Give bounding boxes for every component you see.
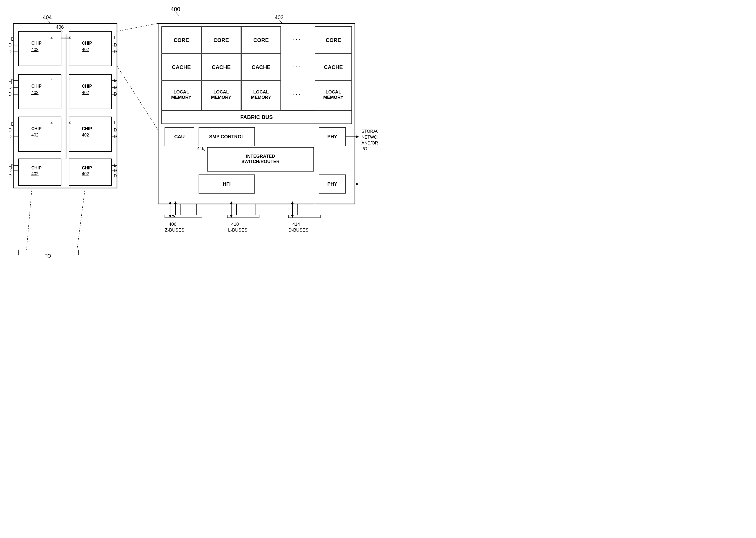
to-label: TO bbox=[45, 253, 51, 259]
chip-402-r1c2: 402 bbox=[82, 47, 89, 52]
storage-label-2: NETWORK, bbox=[361, 135, 378, 139]
z-label-r2c1: Z bbox=[50, 78, 53, 82]
svg-marker-120 bbox=[291, 215, 294, 218]
d-buses-label-num: 414 bbox=[292, 222, 300, 227]
d-connector-r2a: D bbox=[9, 85, 12, 90]
core-ellipsis: · · · bbox=[292, 36, 301, 42]
svg-line-67 bbox=[27, 188, 32, 249]
core-1: CORE bbox=[174, 37, 189, 43]
local-mem-3b: MEMORY bbox=[251, 95, 272, 100]
core-3: CORE bbox=[253, 37, 269, 43]
chip-402-r4c1: 402 bbox=[31, 172, 38, 176]
svg-marker-101 bbox=[169, 215, 171, 218]
switch-router-label-1: INTEGRATED bbox=[246, 154, 275, 159]
local-mem-2b: MEMORY bbox=[211, 95, 231, 100]
d-connector-r3b: D bbox=[9, 134, 12, 139]
dots-v3: · bbox=[314, 154, 316, 159]
chip-label-r3c2: CHIP bbox=[82, 127, 92, 131]
svg-marker-121 bbox=[291, 201, 294, 204]
core-n: CORE bbox=[326, 37, 341, 43]
416-label: 416 bbox=[197, 146, 204, 151]
storage-label-4: I/O bbox=[361, 146, 367, 151]
local-mem-ellipsis: · · · bbox=[292, 91, 301, 97]
svg-line-68 bbox=[77, 188, 85, 249]
chip-label-r3c1: CHIP bbox=[31, 127, 42, 131]
phy2-label: PHY bbox=[327, 181, 337, 187]
local-mem-2: LOCAL bbox=[214, 89, 229, 94]
cache-3: CACHE bbox=[251, 64, 270, 70]
l-connector-r3: L bbox=[9, 121, 11, 125]
svg-marker-112 bbox=[230, 215, 232, 218]
dots-v2: · bbox=[314, 149, 316, 153]
l-connector-r1: L bbox=[9, 35, 11, 40]
svg-marker-113 bbox=[230, 201, 232, 204]
chip-label-r1c1: CHIP bbox=[31, 41, 42, 45]
svg-marker-105 bbox=[174, 201, 177, 204]
svg-rect-4 bbox=[19, 31, 61, 66]
svg-rect-7 bbox=[69, 74, 112, 109]
chip-label-r2c1: CHIP bbox=[31, 84, 42, 88]
chip-label-r4c2: CHIP bbox=[82, 166, 92, 170]
z-label-r2c2: Z bbox=[69, 78, 71, 82]
d-bus-dots: · · · bbox=[304, 209, 310, 213]
storage-label-3: AND/OR bbox=[361, 141, 378, 145]
d-connector-r4a: D bbox=[9, 168, 12, 173]
d-connector-r2b: D bbox=[9, 92, 12, 96]
svg-rect-8 bbox=[19, 117, 61, 151]
chip-402-r3c1: 402 bbox=[31, 133, 38, 137]
chip-402-r2c1: 402 bbox=[31, 90, 38, 95]
l-buses-label-num: 410 bbox=[231, 222, 239, 227]
cache-n: CACHE bbox=[324, 64, 343, 70]
local-mem-3: LOCAL bbox=[253, 89, 269, 94]
d-connector-r1b: D bbox=[9, 49, 12, 54]
chip-402-r3c2: 402 bbox=[82, 133, 89, 137]
cache-ellipsis: · · · bbox=[292, 63, 301, 70]
z-label-r3c1: Z bbox=[50, 120, 53, 124]
d-connector-r3a: D bbox=[9, 128, 12, 132]
cluster-404-label: 404 bbox=[43, 14, 52, 20]
svg-rect-11 bbox=[69, 159, 112, 186]
core-2: CORE bbox=[214, 37, 229, 43]
chip-label-r2c2: CHIP bbox=[82, 84, 92, 88]
svg-rect-9 bbox=[69, 117, 112, 151]
chip-402-r4c2: 402 bbox=[82, 172, 89, 176]
chip-402-r2c2: 402 bbox=[82, 90, 89, 95]
svg-rect-6 bbox=[19, 74, 61, 109]
local-mem-1b: MEMORY bbox=[171, 95, 192, 100]
fabric-bus-label: FABRIC BUS bbox=[240, 114, 273, 120]
diagram-number: 400 bbox=[171, 6, 180, 13]
svg-marker-104 bbox=[171, 215, 175, 218]
cache-2: CACHE bbox=[212, 64, 230, 70]
chip-label-r4c1: CHIP bbox=[31, 166, 42, 170]
svg-marker-102 bbox=[169, 201, 171, 204]
d-connector-r4b: D bbox=[9, 174, 12, 178]
d-buses-label: D-BUSES bbox=[288, 228, 309, 233]
svg-rect-5 bbox=[69, 31, 112, 66]
svg-line-63 bbox=[117, 66, 158, 130]
chip-diagram-402-label: 402 bbox=[275, 14, 284, 20]
chip-402-r1c1: 402 bbox=[31, 47, 38, 52]
phy1-label: PHY bbox=[327, 134, 337, 139]
svg-line-62 bbox=[117, 24, 158, 31]
svg-rect-70 bbox=[158, 24, 355, 204]
l-buses-label: L-BUSES bbox=[228, 228, 247, 233]
d-connector-r1a: D bbox=[9, 43, 12, 47]
smp-control-label: SMP CONTROL bbox=[209, 134, 245, 139]
cau-label: CAU bbox=[174, 134, 185, 139]
storage-label-1: STORAGE, bbox=[361, 129, 378, 134]
z-label-r1c1: Z bbox=[50, 35, 53, 39]
dots-v1: · bbox=[314, 144, 316, 148]
z-label-r3c2: Z bbox=[69, 120, 71, 124]
z-buses-label-num: 406 bbox=[169, 222, 176, 227]
z-bus-dots: · · · bbox=[186, 209, 192, 213]
l-connector-r4: L bbox=[9, 163, 11, 168]
cache-1: CACHE bbox=[172, 64, 191, 70]
svg-rect-10 bbox=[19, 159, 61, 186]
switch-router-label-2: SWITCH/ROUTER bbox=[241, 159, 280, 164]
local-mem-n: LOCAL bbox=[326, 89, 341, 94]
hfi-label: HFI bbox=[223, 181, 231, 187]
local-mem-1: LOCAL bbox=[174, 89, 189, 94]
local-mem-nb: MEMORY bbox=[323, 95, 344, 100]
z-buses-label: Z-BUSES bbox=[165, 228, 184, 233]
backplane-406-label: 406 bbox=[56, 25, 64, 30]
